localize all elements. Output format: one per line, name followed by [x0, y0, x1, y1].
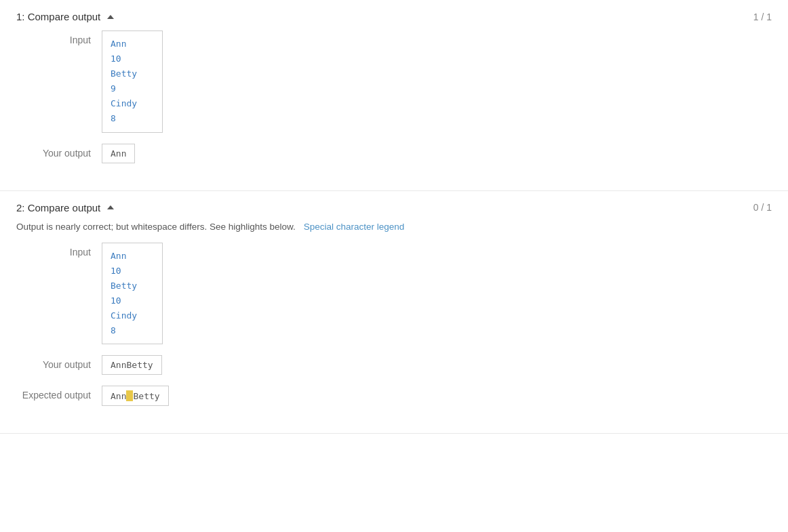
section-1-your-output: Ann: [102, 144, 135, 163]
section-2: 2: Compare output 0 / 1 Output is nearly…: [0, 191, 788, 434]
your-output-label-2: Your output: [16, 355, 91, 370]
section-2-header: 2: Compare output 0 / 1: [16, 202, 772, 213]
expected-output-label: Expected output: [16, 386, 91, 401]
input-line: Ann: [111, 37, 154, 52]
special-legend-link[interactable]: Special character legend: [304, 222, 405, 232]
input-line: 9: [111, 81, 154, 96]
section-2-expected-row: Expected output AnnBetty: [16, 386, 772, 406]
section-1-title-text: 1: Compare output: [16, 11, 100, 22]
collapse-icon-1[interactable]: [107, 15, 114, 19]
section-2-input-row: Input Ann 10 Betty 10 Cindy 8: [16, 243, 772, 345]
section-2-output-row: Your output AnnBetty: [16, 355, 772, 375]
input-label-2: Input: [16, 243, 91, 258]
input-line: Betty: [111, 279, 154, 293]
highlight-space: [126, 390, 133, 401]
section-2-title: 2: Compare output: [16, 202, 114, 213]
section-1-output-row: Your output Ann: [16, 144, 772, 163]
section-2-score: 0 / 1: [753, 202, 772, 213]
notice-bar: Output is nearly correct; but whitespace…: [16, 222, 772, 232]
notice-text: Output is nearly correct; but whitespace…: [16, 222, 296, 232]
input-line: 10: [111, 264, 154, 279]
section-1-title: 1: Compare output: [16, 11, 114, 22]
input-line: Betty: [111, 66, 154, 81]
input-line: 10: [111, 52, 154, 66]
expected-part-ann: Ann: [111, 391, 126, 401]
input-line: 8: [111, 111, 154, 126]
input-line: Cindy: [111, 96, 154, 111]
section-2-input-box: Ann 10 Betty 10 Cindy 8: [102, 243, 163, 345]
section-2-expected-output: AnnBetty: [102, 386, 169, 406]
collapse-icon-2[interactable]: [107, 205, 114, 209]
section-1: 1: Compare output 1 / 1 Input Ann 10 Bet…: [0, 0, 788, 191]
section-1-header: 1: Compare output 1 / 1: [16, 11, 772, 22]
section-1-input-box: Ann 10 Betty 9 Cindy 8: [102, 30, 163, 133]
input-label-1: Input: [16, 30, 91, 45]
input-line: 10: [111, 293, 154, 308]
section-2-title-text: 2: Compare output: [16, 202, 100, 213]
input-line: Ann: [111, 249, 154, 264]
section-2-your-output: AnnBetty: [102, 355, 162, 375]
input-line: Cindy: [111, 308, 154, 323]
expected-part-betty: Betty: [133, 391, 159, 401]
input-line: 8: [111, 323, 154, 338]
your-output-label-1: Your output: [16, 144, 91, 159]
section-1-input-row: Input Ann 10 Betty 9 Cindy 8: [16, 30, 772, 133]
section-1-score: 1 / 1: [753, 12, 772, 22]
